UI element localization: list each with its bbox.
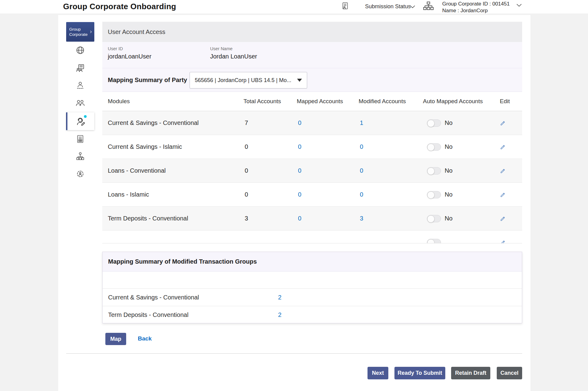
total-accounts: 7 bbox=[243, 119, 297, 126]
auto-mapped-toggle[interactable] bbox=[427, 239, 441, 244]
modules-table-header: Modules Total Accounts Mapped Accounts M… bbox=[102, 92, 522, 111]
auto-mapped-label: No bbox=[445, 191, 453, 198]
top-header: Group Corporate Onboarding Submission St… bbox=[0, 0, 588, 13]
module-name: Loans - Islamic bbox=[108, 191, 243, 198]
auto-mapped-label: No bbox=[445, 143, 453, 150]
auto-mapped-label: No bbox=[445, 215, 453, 222]
user-name-label: User Name bbox=[210, 46, 232, 51]
transaction-groups-title: Mapping Summary of Modified Transaction … bbox=[103, 252, 522, 272]
mapped-accounts-link[interactable]: 0 bbox=[297, 119, 359, 126]
auto-mapped-toggle[interactable] bbox=[427, 191, 441, 198]
cancel-button[interactable]: Cancel bbox=[497, 367, 522, 379]
submission-status-label[interactable]: Submission Status bbox=[365, 3, 411, 10]
group-corporate-info[interactable]: Group Corporate ID : 001451 Name : Jorda… bbox=[442, 1, 510, 14]
table-row-partial bbox=[102, 231, 522, 243]
auto-mapped-label: No bbox=[445, 167, 453, 174]
sidebar-group-corporate[interactable]: Group Corporate bbox=[66, 22, 94, 42]
auto-mapped-toggle[interactable] bbox=[427, 119, 441, 127]
auto-mapped-toggle[interactable] bbox=[427, 167, 441, 175]
group-count-link[interactable]: 2 bbox=[278, 294, 522, 301]
edit-icon[interactable] bbox=[500, 215, 506, 222]
table-row: Loans - Conventional 0 0 0 No bbox=[102, 159, 522, 183]
chevron-right-icon bbox=[90, 30, 92, 34]
total-accounts: 3 bbox=[243, 215, 297, 222]
total-accounts: 0 bbox=[243, 143, 297, 150]
spacer bbox=[103, 272, 522, 288]
sidebar-item-report[interactable] bbox=[66, 130, 94, 148]
main-card: Group Corporate bbox=[58, 15, 530, 391]
list-item: Current & Savings - Conventional 2 bbox=[103, 288, 522, 306]
user-settings-icon bbox=[76, 169, 85, 179]
transaction-groups-section: Mapping Summary of Modified Transaction … bbox=[102, 252, 522, 323]
col-auto: Auto Mapped Accounts bbox=[423, 98, 500, 105]
module-name: Current & Savings - Conventional bbox=[108, 119, 243, 126]
auto-mapped-toggle[interactable] bbox=[427, 215, 441, 222]
group-corporate-name: Name : JordanCorp bbox=[442, 7, 510, 14]
party-select-value: 565656 | JordanCorp | UBS 14.5 | Mo... bbox=[195, 77, 291, 84]
col-mapped: Mapped Accounts bbox=[297, 98, 359, 105]
mapped-accounts-link[interactable]: 0 bbox=[297, 215, 359, 222]
user-account-access-icon bbox=[76, 116, 86, 126]
party-select[interactable]: 565656 | JordanCorp | UBS 14.5 | Mo... bbox=[190, 72, 307, 88]
section-title-bar: User Account Access bbox=[102, 22, 522, 42]
mapped-accounts-link[interactable]: 0 bbox=[297, 143, 359, 150]
mapped-accounts-link[interactable]: 0 bbox=[297, 191, 359, 198]
sidebar-item-globe[interactable] bbox=[66, 41, 94, 59]
sidebar-item-user[interactable] bbox=[66, 76, 94, 94]
retain-draft-button[interactable]: Retain Draft bbox=[451, 367, 490, 379]
chevron-down-icon[interactable] bbox=[410, 4, 415, 9]
modified-accounts-link[interactable]: 0 bbox=[359, 167, 423, 174]
table-row: Term Deposits - Conventional 3 0 3 No bbox=[102, 207, 522, 231]
ready-to-submit-button[interactable]: Ready To Submit bbox=[394, 367, 445, 379]
party-icon bbox=[76, 98, 85, 107]
group-corporate-label: Group Corporate bbox=[69, 27, 90, 37]
user-id-value: jordanLoanUser bbox=[108, 53, 151, 60]
mapping-summary-label: Mapping Summary of Party bbox=[108, 68, 187, 92]
sidebar-item-user-account-access[interactable] bbox=[66, 112, 94, 130]
divider bbox=[66, 353, 522, 354]
total-accounts: 0 bbox=[243, 167, 297, 174]
section-title: User Account Access bbox=[108, 28, 165, 36]
edit-icon[interactable] bbox=[500, 120, 506, 126]
sidebar-item-corporate-profile[interactable] bbox=[66, 59, 94, 77]
sidebar-item-user-settings[interactable] bbox=[66, 165, 94, 183]
edit-icon[interactable] bbox=[500, 191, 506, 198]
report-icon bbox=[76, 134, 85, 144]
auto-mapped-label: No bbox=[445, 119, 453, 126]
table-row: Current & Savings - Conventional 7 0 1 N… bbox=[102, 111, 522, 135]
chevron-down-icon[interactable] bbox=[516, 2, 522, 8]
modified-accounts-link[interactable]: 1 bbox=[359, 119, 423, 126]
edit-icon[interactable] bbox=[500, 144, 506, 150]
total-accounts: 0 bbox=[243, 191, 297, 198]
page-title: Group Corporate Onboarding bbox=[63, 2, 176, 11]
col-edit: Edit bbox=[500, 98, 522, 105]
group-name: Term Deposits - Conventional bbox=[108, 311, 278, 318]
mapped-accounts-link[interactable]: 0 bbox=[297, 167, 359, 174]
org-chart-icon bbox=[423, 1, 434, 13]
modified-accounts-link[interactable]: 0 bbox=[359, 191, 423, 198]
module-name: Loans - Conventional bbox=[108, 167, 243, 174]
user-name-value: Jordan LoanUser bbox=[210, 53, 257, 60]
submission-status-icon bbox=[341, 1, 349, 12]
sidebar-item-party[interactable] bbox=[66, 94, 94, 112]
edit-icon[interactable] bbox=[500, 167, 506, 174]
next-button[interactable]: Next bbox=[368, 367, 388, 379]
active-indicator-dot bbox=[84, 115, 87, 118]
auto-mapped-toggle[interactable] bbox=[427, 143, 441, 151]
edit-icon[interactable] bbox=[500, 239, 506, 243]
modified-accounts-link[interactable]: 3 bbox=[359, 215, 423, 222]
map-button[interactable]: Map bbox=[105, 333, 126, 345]
table-row: Loans - Islamic 0 0 0 No bbox=[102, 183, 522, 207]
group-name: Current & Savings - Conventional bbox=[108, 294, 278, 301]
modules-table: Modules Total Accounts Mapped Accounts M… bbox=[102, 92, 522, 243]
group-count-link[interactable]: 2 bbox=[278, 311, 522, 318]
corporate-profile-icon bbox=[76, 63, 85, 73]
globe-icon bbox=[76, 46, 85, 55]
back-link[interactable]: Back bbox=[138, 335, 152, 342]
mapping-summary-row: Mapping Summary of Party 565656 | Jordan… bbox=[102, 68, 522, 92]
user-icon bbox=[76, 81, 85, 90]
user-id-label: User ID bbox=[108, 46, 123, 51]
sidebar-item-approval-hierarchy[interactable] bbox=[66, 147, 94, 165]
approval-hierarchy-icon bbox=[76, 152, 85, 161]
modified-accounts-link[interactable]: 0 bbox=[359, 143, 423, 150]
